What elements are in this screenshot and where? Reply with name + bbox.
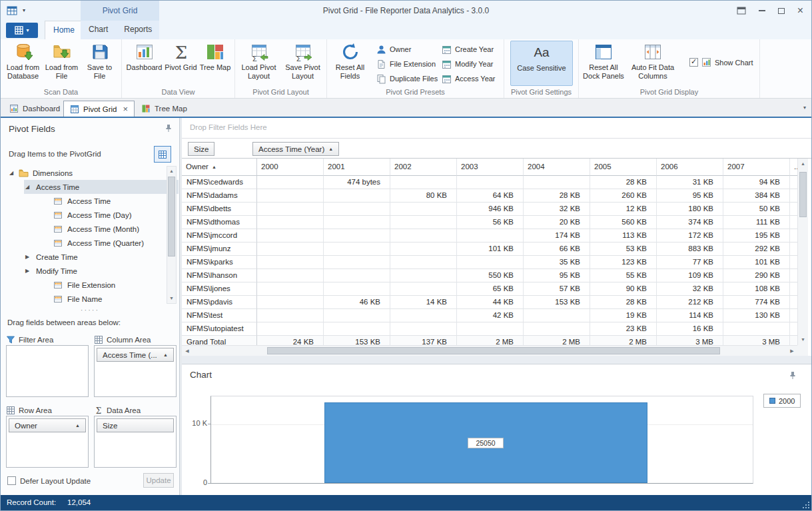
tree-map-button[interactable]: Tree Map: [198, 41, 232, 86]
tree-item-create-time[interactable]: ▶ Create Time: [1, 250, 179, 264]
tree-item-access-time-day[interactable]: Access Time (Day): [1, 208, 179, 222]
grid-cell[interactable]: [257, 282, 324, 296]
create-year-preset-button[interactable]: Create Year: [442, 43, 494, 56]
grid-cell[interactable]: [324, 322, 390, 336]
grid-cell[interactable]: 64 KB: [457, 189, 524, 203]
app-icon[interactable]: [7, 5, 17, 16]
tree-item-access-time-group[interactable]: ◢ Access Time: [1, 180, 179, 194]
data-area-box[interactable]: Size: [94, 416, 177, 468]
grid-cell[interactable]: [257, 189, 324, 203]
row-header-cell[interactable]: NFMS\ljones: [182, 282, 257, 296]
reset-all-fields-button[interactable]: Reset All Fields: [331, 41, 369, 86]
case-sensitive-toggle[interactable]: Aa Case Sensitive: [510, 41, 573, 86]
data-area-field-button[interactable]: Size: [97, 418, 174, 432]
float-panel-icon[interactable]: [737, 7, 746, 15]
grid-cell[interactable]: 260 KB: [590, 189, 657, 203]
pin-icon[interactable]: [789, 371, 797, 380]
grid-cell[interactable]: 290 KB: [723, 269, 790, 282]
column-area-field-button[interactable]: Access Time (... ▲: [97, 348, 174, 362]
grid-cell[interactable]: 23 KB: [590, 322, 657, 336]
grid-cell[interactable]: [723, 322, 790, 336]
row-header-cell[interactable]: NFMS\lhanson: [182, 269, 257, 282]
grid-cell[interactable]: 31 KB: [657, 176, 723, 189]
grid-cell[interactable]: 90 KB: [590, 282, 657, 296]
expander-collapsed-icon[interactable]: ▶: [25, 254, 35, 260]
grid-cell[interactable]: 20 KB: [524, 216, 590, 229]
grid-cell[interactable]: 19 KB: [590, 309, 657, 322]
panel-splitter-handle[interactable]: ·····: [1, 306, 179, 313]
grid-cell[interactable]: 111 KB: [723, 216, 790, 229]
grid-cell[interactable]: 180 KB: [657, 203, 723, 216]
grid-cell[interactable]: 28 KB: [524, 189, 590, 203]
tree-item-access-time[interactable]: Access Time: [1, 194, 179, 208]
scroll-up-icon[interactable]: ▲: [167, 167, 176, 176]
grid-cell[interactable]: 94 KB: [723, 176, 790, 189]
grid-cell[interactable]: [324, 203, 390, 216]
column-header-cell[interactable]: 2004: [524, 159, 590, 176]
save-pivot-layout-button[interactable]: Σ Save Pivot Layout: [282, 41, 324, 86]
row-header-cell[interactable]: NFMS\dthomas: [182, 216, 257, 229]
scroll-up-icon[interactable]: ▲: [798, 159, 808, 169]
minimize-button[interactable]: [759, 10, 765, 11]
pin-icon[interactable]: [165, 124, 173, 133]
grid-cell[interactable]: 28 KB: [590, 296, 657, 309]
grid-cell[interactable]: 474 bytes: [324, 176, 390, 189]
ribbon-tab-chart[interactable]: Chart: [81, 21, 116, 39]
resize-grip[interactable]: [801, 500, 810, 509]
grid-cell[interactable]: [390, 269, 457, 282]
grid-cell[interactable]: [390, 322, 457, 336]
grid-cell[interactable]: 16 KB: [657, 322, 723, 336]
grid-cell[interactable]: 109 KB: [657, 269, 723, 282]
grid-cell[interactable]: [390, 229, 457, 243]
grid-cell[interactable]: 44 KB: [457, 296, 524, 309]
row-header-cell[interactable]: NFMS\utopiatest: [182, 322, 257, 336]
grid-cell[interactable]: [324, 309, 390, 322]
grid-cell[interactable]: 57 KB: [524, 282, 590, 296]
grid-cell[interactable]: [390, 256, 457, 269]
grid-cell[interactable]: 101 KB: [457, 243, 524, 256]
grid-cell[interactable]: 46 KB: [324, 296, 390, 309]
grid-cell[interactable]: 66 KB: [524, 243, 590, 256]
scrollbar-thumb[interactable]: [267, 347, 720, 354]
show-chart-checkbox[interactable]: Show Chart: [689, 57, 753, 67]
column-header-cell[interactable]: 2002: [390, 159, 457, 176]
column-header-cell[interactable]: 2005: [590, 159, 657, 176]
ribbon-tab-home[interactable]: Home: [45, 21, 83, 39]
grid-cell[interactable]: [390, 309, 457, 322]
modify-year-preset-button[interactable]: Modify Year: [442, 57, 493, 71]
tab-dashboard[interactable]: Dashboard: [3, 101, 66, 117]
column-field-button[interactable]: Access Time (Year) ▲: [252, 142, 339, 156]
reset-all-dock-panels-button[interactable]: Reset All Dock Panels: [583, 41, 624, 86]
load-from-database-button[interactable]: Load from Database: [4, 41, 42, 86]
tree-item-file-extension[interactable]: File Extension: [1, 278, 179, 292]
tree-item-dimensions[interactable]: ◢ Dimensions: [1, 166, 179, 180]
grid-cell[interactable]: 35 KB: [524, 256, 590, 269]
grid-cell[interactable]: 883 KB: [657, 243, 723, 256]
grid-cell[interactable]: [324, 216, 390, 229]
defer-layout-checkbox[interactable]: [7, 476, 16, 485]
owner-preset-button[interactable]: Owner: [376, 43, 411, 56]
grid-cell[interactable]: 12 KB: [590, 203, 657, 216]
grid-cell[interactable]: [390, 216, 457, 229]
grid-cell[interactable]: [257, 203, 324, 216]
row-area-box[interactable]: Owner ▲: [6, 416, 89, 468]
scroll-right-icon[interactable]: ▶: [787, 346, 797, 356]
expander-expanded-icon[interactable]: ◢: [9, 170, 19, 176]
tab-tree-map[interactable]: Tree Map: [135, 101, 193, 117]
grid-cell[interactable]: 292 KB: [723, 243, 790, 256]
update-button[interactable]: Update: [143, 473, 174, 488]
grid-cell[interactable]: [257, 243, 324, 256]
grid-cell[interactable]: [324, 189, 390, 203]
grid-cell[interactable]: 113 KB: [590, 229, 657, 243]
grid-cell[interactable]: [257, 296, 324, 309]
grid-cell[interactable]: [390, 176, 457, 189]
column-header-cell[interactable]: 2006: [657, 159, 723, 176]
grid-cell[interactable]: [390, 203, 457, 216]
ribbon-tab-reports[interactable]: Reports: [116, 21, 160, 39]
grid-cell[interactable]: [257, 229, 324, 243]
expander-expanded-icon[interactable]: ◢: [25, 184, 35, 190]
grid-cell[interactable]: 28 KB: [590, 176, 657, 189]
grid-cell[interactable]: 946 KB: [457, 203, 524, 216]
grid-cell[interactable]: [524, 322, 590, 336]
grid-cell[interactable]: 80 KB: [390, 189, 457, 203]
